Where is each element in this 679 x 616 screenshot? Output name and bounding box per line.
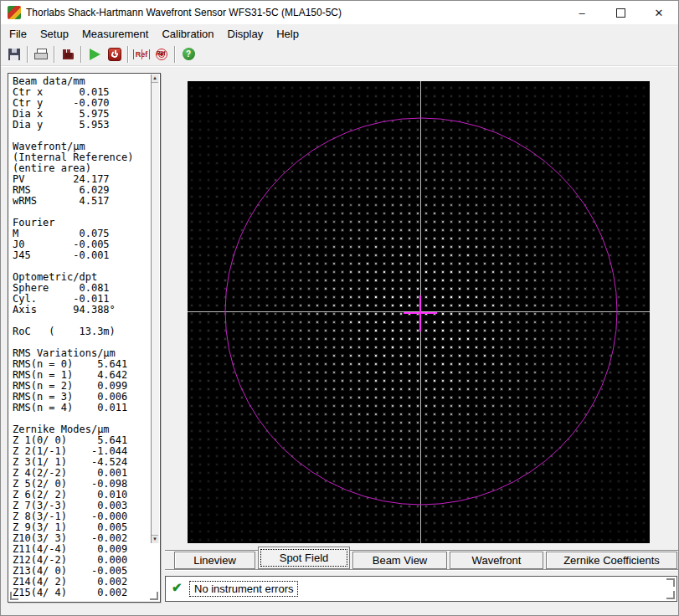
measurement-data-text: Beam data/mmCtr x 0.015Ctr y -0.070Dia x… (13, 76, 148, 599)
app-icon (8, 6, 21, 19)
stop-icon (108, 48, 121, 61)
status-corner-handle (666, 578, 675, 587)
status-corner-handle (666, 591, 675, 599)
panel-corner-handle (150, 592, 158, 600)
help-icon: ? (183, 48, 195, 60)
maximize-button[interactable] (601, 1, 640, 24)
data-panel-line: RMS(n = 4) 0.011 (13, 403, 148, 413)
instrument-settings-button[interactable] (58, 45, 78, 64)
panel-scrollbar[interactable]: ▲ ▼ (151, 74, 159, 543)
menu-bar: FileSetupMeasurementCalibrationDisplayHe… (1, 24, 679, 43)
view-tab-bar: LineviewSpot FieldBeam ViewWavefrontZern… (165, 547, 678, 571)
minimize-button[interactable]: – (563, 1, 601, 24)
toolbar-separator (27, 46, 28, 63)
toolbar-separator (174, 46, 176, 63)
app-window: Thorlabs Shack-Hartmann Wavefront Sensor… (0, 0, 679, 616)
save-button[interactable] (4, 45, 24, 64)
print-button[interactable] (31, 45, 51, 64)
menu-item-help[interactable]: Help (270, 26, 306, 42)
data-panel-line: Axis 94.388° (13, 305, 148, 316)
data-panel-line: Dia y 5.953 (13, 120, 148, 131)
view-tabs: LineviewSpot FieldBeam ViewWavefrontZern… (174, 547, 677, 569)
tab-wavefront[interactable]: Wavefront (450, 552, 543, 569)
close-button[interactable]: ✕ (640, 1, 678, 24)
spot-field-display (188, 81, 650, 543)
menu-item-file[interactable]: File (3, 26, 33, 42)
stop-measurement-button[interactable] (105, 45, 125, 64)
tab-lineview[interactable]: Lineview (174, 552, 255, 569)
status-ok-check-icon: ✔ (172, 580, 183, 595)
maximize-icon (616, 8, 625, 18)
tab-spot-field[interactable]: Spot Field (258, 547, 350, 569)
help-button[interactable]: ? (178, 45, 198, 64)
menu-item-calibration[interactable]: Calibration (155, 26, 220, 42)
reference-plane-icon: Ref (133, 49, 151, 59)
tab-bar-bottom-line (165, 569, 678, 571)
toolbar-separator (127, 46, 129, 63)
status-message: No instrument errors (189, 581, 298, 597)
toolbar: Ref Ref ? (1, 43, 679, 66)
scroll-down-icon[interactable]: ▼ (152, 535, 158, 543)
save-icon (8, 49, 20, 60)
data-panel-line: RoC ( 13.3m) (13, 326, 148, 337)
data-panel-line: J45 -0.001 (13, 250, 148, 261)
start-measurement-button[interactable] (85, 45, 105, 64)
toolbar-separator (54, 46, 55, 63)
reference-sphere-icon: Ref (155, 48, 168, 61)
panel-corner-handle (10, 592, 18, 600)
data-panel-line: Z15(4/ 4) 0.002 (13, 588, 148, 598)
instrument-settings-icon (62, 49, 75, 60)
measurement-data-panel: Beam data/mmCtr x 0.015Ctr y -0.070Dia x… (8, 73, 161, 603)
tab-beam-view[interactable]: Beam View (352, 552, 447, 569)
print-icon (34, 49, 48, 59)
menu-item-measurement[interactable]: Measurement (75, 26, 155, 42)
tab-zernike-coefficients[interactable]: Zernike Coefficients (546, 552, 677, 569)
toolbar-separator (80, 46, 82, 63)
scroll-up-icon[interactable]: ▲ (152, 74, 158, 83)
start-icon (90, 49, 100, 60)
data-panel-line: wRMS 4.517 (13, 196, 148, 207)
reference-sphere-button[interactable]: Ref (152, 45, 172, 64)
window-title: Thorlabs Shack-Hartmann Wavefront Sensor… (26, 7, 563, 18)
menu-item-setup[interactable]: Setup (33, 26, 75, 42)
instrument-status-box: ✔ No instrument errors (165, 576, 677, 602)
reference-plane-button[interactable]: Ref (131, 45, 152, 64)
menu-item-display[interactable]: Display (221, 26, 270, 42)
title-bar: Thorlabs Shack-Hartmann Wavefront Sensor… (1, 1, 678, 24)
